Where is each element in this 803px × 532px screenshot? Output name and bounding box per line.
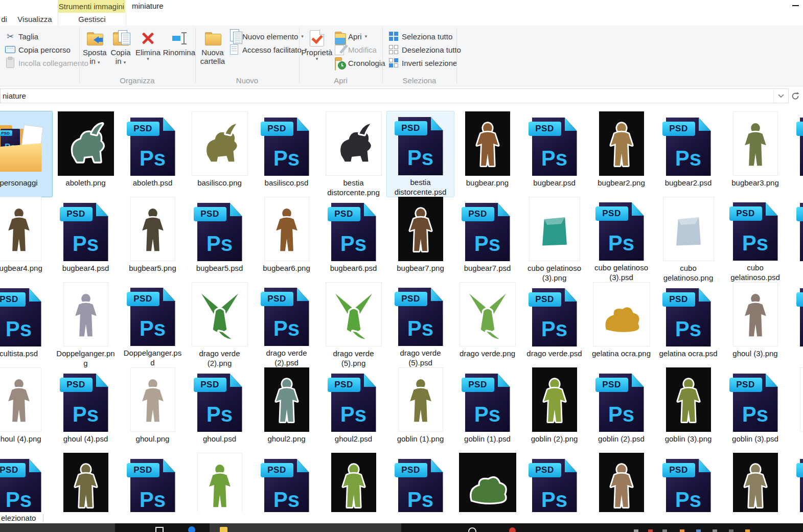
properties-button[interactable]: Proprietà ▾ (302, 29, 332, 61)
file-item[interactable]: goblin (3).png (655, 367, 722, 453)
file-item[interactable]: goblin (2).png (521, 367, 588, 453)
tray-icon[interactable] (648, 529, 653, 532)
file-item[interactable]: ghoul.png (119, 367, 186, 453)
file-item[interactable]: PSDPsbugbear4.psd (52, 197, 119, 282)
taskbar-red-app-icon[interactable] (509, 527, 516, 532)
delete-button[interactable]: Elimina ▾ (134, 29, 162, 61)
file-item[interactable]: bugbear4.png (0, 197, 52, 282)
tab-visualizza[interactable]: Visualizza (15, 13, 54, 26)
select-all-button[interactable]: Seleziona tutto (383, 30, 461, 43)
file-item[interactable]: cubo gelatinoso (3).png (521, 197, 588, 282)
deselect-all-button[interactable]: Deseleziona tutto (383, 43, 461, 56)
file-item[interactable]: aboleth.png (52, 111, 119, 197)
tray-icon[interactable] (662, 529, 667, 532)
file-item[interactable] (186, 453, 253, 512)
file-item[interactable] (454, 453, 521, 512)
taskbar-paint-icon[interactable] (468, 527, 476, 532)
invert-selection-button[interactable]: Inverti selezione (383, 56, 461, 70)
rename-button[interactable]: Rinomina (163, 29, 195, 57)
taskbar-explorer-icon[interactable] (220, 527, 227, 532)
file-item[interactable]: PSDPsgelatina ocra.psd (655, 282, 722, 367)
file-item[interactable]: PSDPsbestia distorcente.psd (387, 111, 454, 197)
file-item[interactable]: Doppelganger.png (52, 282, 119, 367)
file-item[interactable]: bugbear7.png (387, 197, 454, 282)
file-item[interactable]: PSDPscubo gelatinoso (3).psd (588, 197, 655, 282)
address-bar[interactable]: niature (0, 88, 789, 103)
file-item[interactable]: bugbear5.png (119, 197, 186, 282)
file-item[interactable]: PSDPs (655, 453, 722, 512)
file-item[interactable] (588, 453, 655, 512)
file-item[interactable] (722, 453, 789, 512)
edit-button[interactable]: Modifica (330, 43, 385, 56)
file-item[interactable]: gelatina ocra.png (588, 282, 655, 367)
file-item[interactable] (320, 453, 387, 512)
tray-icon[interactable] (713, 529, 717, 532)
file-item[interactable]: bestia distorcente.png (320, 111, 387, 197)
copy-to-button[interactable]: Copia in ▾ (108, 29, 133, 65)
file-item[interactable]: bugbear.png (454, 111, 521, 197)
tray-icon[interactable] (696, 529, 701, 532)
new-folder-button[interactable]: Nuova cartella (198, 29, 227, 65)
copy-path-button[interactable]: Copia percorso (0, 43, 79, 56)
file-item[interactable]: bugbear6.png (253, 197, 320, 282)
easy-access-button[interactable]: Accesso facilitato ▾ (224, 43, 307, 56)
tab-gestisci[interactable]: Gestisci (58, 13, 126, 26)
file-item[interactable]: PSDPsgoblin (3).psd (722, 367, 789, 453)
file-item[interactable]: goblin (1).png (387, 367, 454, 453)
file-item[interactable]: drago verde.png (454, 282, 521, 367)
file-item[interactable]: PSDPsaboleth.psd (119, 111, 186, 197)
file-item[interactable]: bugbear3.png (722, 111, 789, 197)
address-dropdown-button[interactable] (773, 89, 788, 103)
file-item[interactable]: basilisco.png (186, 111, 253, 197)
file-item[interactable]: PSDPsghoul.psd (186, 367, 253, 453)
tray-icon[interactable] (634, 529, 638, 532)
file-item[interactable]: PSDPsbugbear5.psd (186, 197, 253, 282)
file-item[interactable]: PSDPs (789, 282, 803, 367)
file-item[interactable] (52, 453, 119, 512)
file-item[interactable]: PSDPs (789, 111, 803, 197)
file-item[interactable]: PSDPsdrago verde.psd (521, 282, 588, 367)
file-item[interactable]: ghoul (3).png (722, 282, 789, 367)
file-item[interactable]: PSDPs (387, 453, 454, 512)
file-item[interactable]: ghoul2.png (253, 367, 320, 453)
open-button[interactable]: Apri ▾ (330, 30, 385, 43)
contextual-tab-header[interactable]: Strumenti immagini (58, 0, 125, 13)
refresh-button[interactable] (789, 88, 801, 103)
file-item[interactable]: bugbear2.png (588, 111, 655, 197)
minimize-button[interactable] (792, 5, 799, 6)
file-item[interactable]: drago verde (2).png (186, 282, 253, 367)
file-item[interactable]: PSDPsdrago verde (2).psd (253, 282, 320, 367)
paste-shortcut-button[interactable]: Incolla collegamento (0, 56, 79, 70)
taskbar[interactable] (0, 523, 803, 532)
file-item[interactable]: cubo gelatinoso.png (655, 197, 722, 282)
new-item-button[interactable]: Nuovo elemento ▾ (224, 30, 307, 43)
cut-button[interactable]: ✂ Taglia (0, 30, 79, 43)
file-item[interactable]: drago verde (5).png (320, 282, 387, 367)
file-item[interactable] (789, 367, 803, 453)
file-item[interactable]: PSDPs (119, 453, 186, 512)
tray-icon[interactable] (680, 529, 684, 532)
file-item[interactable]: PSDPs (253, 453, 320, 512)
file-item[interactable]: PSDPsbugbear7.psd (454, 197, 521, 282)
file-item[interactable]: PSDPsghoul (4).psd (52, 367, 119, 453)
file-item[interactable]: PSDPsgoblin (1).psd (454, 367, 521, 453)
tray-icon[interactable] (729, 529, 733, 532)
file-item[interactable]: PSDPsbasilisco.psd (253, 111, 320, 197)
file-item[interactable]: PSDPs (789, 453, 803, 512)
file-item[interactable]: PSDPsbugbear6.psd (320, 197, 387, 282)
folder-item[interactable]: PSDPspersonaggi (0, 111, 52, 197)
taskbar-browser-icon[interactable] (188, 526, 195, 532)
file-item[interactable]: PSDPs (521, 453, 588, 512)
file-item[interactable]: PSDPscubo gelatinoso.psd (722, 197, 789, 282)
file-item[interactable]: PSDPs (789, 197, 803, 282)
file-item[interactable]: PSDPscultista.psd (0, 282, 52, 367)
file-item[interactable]: PSDPs (0, 453, 52, 512)
tab-condividi-partial[interactable]: di (0, 13, 8, 26)
file-item[interactable]: PSDPsgoblin (2).psd (588, 367, 655, 453)
move-to-button[interactable]: Sposta in ▾ (82, 29, 107, 65)
tray-icon[interactable] (745, 529, 750, 532)
file-item[interactable]: ghoul (4).png (0, 367, 52, 453)
file-item[interactable]: PSDPsdrago verde (5).psd (387, 282, 454, 367)
file-item[interactable]: PSDPsghoul2.psd (320, 367, 387, 453)
file-item[interactable]: PSDPsbugbear.psd (521, 111, 588, 197)
